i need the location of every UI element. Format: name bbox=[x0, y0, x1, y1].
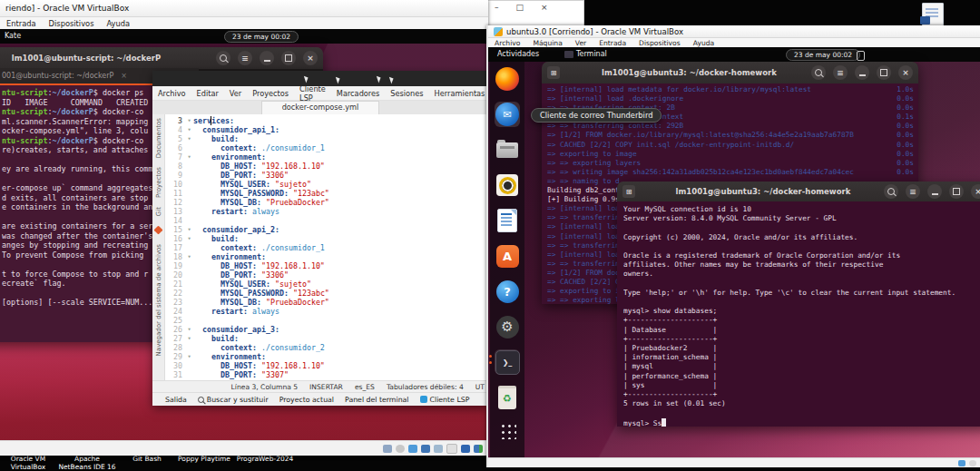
dock-tooltip: Cliente de correo Thunderbird bbox=[531, 108, 662, 123]
hamburger-menu-icon[interactable]: ≡ bbox=[833, 65, 848, 80]
mouse-cursor bbox=[377, 75, 382, 83]
menu-ayuda[interactable]: Ayuda bbox=[100, 19, 136, 28]
dock-help-icon[interactable]: ? bbox=[495, 279, 520, 304]
search-icon[interactable] bbox=[811, 65, 826, 80]
desktop-icon-label-poppy[interactable]: Poppy Playtime bbox=[178, 456, 230, 464]
dock-app-grid-icon[interactable] bbox=[495, 420, 520, 440]
desktop-icon-label-netbeans[interactable]: ApacheNetBeans IDE 16 bbox=[58, 456, 115, 471]
hamburger-menu-icon[interactable]: ≡ bbox=[238, 51, 252, 65]
desktop-icon-label-virtualbox[interactable]: Oracle VMVirtualBox bbox=[11, 456, 45, 471]
side-tab-file-browser[interactable]: Navegador del sistema de archivos bbox=[155, 244, 162, 356]
kate-menu-sesiones[interactable]: Sesiones bbox=[385, 89, 428, 98]
side-tab-git[interactable]: Git bbox=[155, 207, 162, 216]
activities-button[interactable]: Actividades bbox=[497, 50, 539, 58]
kate-menu-herramientas[interactable]: Herramientas bbox=[429, 89, 488, 98]
kate-menu-ver[interactable]: Ver bbox=[224, 89, 247, 98]
git-icon bbox=[154, 226, 163, 235]
menu-maquina[interactable]: Máquina bbox=[526, 39, 568, 47]
clock-pill[interactable]: 23 de may 00:02 bbox=[224, 31, 299, 43]
kate-window: Archivo Editar Ver Proyectos Cliente LSP… bbox=[152, 71, 488, 406]
hdd-status-icon[interactable] bbox=[383, 445, 392, 453]
new-tab-icon[interactable]: ⊞ bbox=[622, 185, 635, 198]
status-encoding[interactable]: UT bbox=[475, 383, 485, 391]
kate-menu-marcadores[interactable]: Marcadores bbox=[331, 89, 385, 98]
side-tab-proyectos[interactable]: Proyectos bbox=[155, 167, 162, 198]
kate-menu-cliente-lsp[interactable]: Cliente LSP bbox=[294, 84, 331, 103]
dock-thunderbird-icon[interactable]: ✉ bbox=[495, 102, 520, 127]
menu-dispositivos[interactable]: Dispositivos bbox=[632, 39, 687, 47]
display-status-icon[interactable] bbox=[461, 445, 470, 453]
tool-panel-terminal[interactable]: Panel del terminal bbox=[345, 396, 408, 404]
desktop-icon-label-prograweb[interactable]: PrograWeb-2024 bbox=[237, 456, 293, 464]
mouse-integration-status-icon[interactable] bbox=[474, 445, 483, 453]
close-icon[interactable]: × bbox=[971, 184, 980, 199]
close-icon[interactable]: × bbox=[898, 65, 913, 80]
search-icon bbox=[198, 397, 204, 403]
desktop-icon-label-gitbash[interactable]: Git Bash bbox=[132, 456, 162, 464]
audio-status-icon[interactable] bbox=[408, 445, 417, 453]
side-tab-documentos[interactable]: Documentos bbox=[155, 118, 162, 158]
status-insert-mode[interactable]: INSERTAR bbox=[309, 383, 343, 391]
right-vm-title: ubuntu3.0 [Corriendo] - Oracle VM Virtua… bbox=[506, 27, 683, 36]
mouse-cursor bbox=[389, 76, 395, 84]
dock-firefox-icon[interactable] bbox=[495, 66, 520, 92]
status-tabs-mode[interactable]: Tabuladores débiles: 4 bbox=[387, 383, 464, 391]
minimize-icon[interactable]: – bbox=[495, 3, 499, 12]
status-language[interactable]: es_ES bbox=[355, 383, 375, 391]
new-tab-icon[interactable]: ⊞ bbox=[547, 66, 560, 79]
shared-folders-status-icon[interactable] bbox=[446, 444, 457, 454]
background-window-fragment: – □ × bbox=[486, 0, 584, 27]
kate-editor[interactable]: 3▾services:4▾ consumidor_api_1:5▾ build:… bbox=[165, 114, 488, 381]
menu-ver[interactable]: Ver bbox=[569, 39, 593, 47]
virtualbox-window-right: ubuntu3.0 [Corriendo] - Oracle VM Virtua… bbox=[486, 25, 980, 467]
dock-settings-icon[interactable]: ⚙ bbox=[495, 314, 520, 339]
clock-pill[interactable]: 23 de may 00:02 bbox=[786, 49, 860, 61]
kate-tab-docker-compose[interactable]: docker-compose.yml bbox=[261, 101, 380, 115]
maximize-icon[interactable]: □ bbox=[516, 3, 524, 12]
topbar-app-name[interactable]: Kate bbox=[5, 32, 21, 40]
dock-files-icon[interactable] bbox=[495, 137, 520, 162]
tab-close-icon[interactable]: × bbox=[121, 72, 127, 80]
dock-trash-icon[interactable]: ♻ bbox=[495, 385, 520, 410]
optical-status-icon[interactable] bbox=[396, 445, 405, 453]
dock-libreoffice-writer-icon[interactable] bbox=[495, 208, 520, 233]
minimize-icon[interactable] bbox=[855, 65, 869, 80]
kate-menu-proyectos[interactable]: Proyectos bbox=[247, 89, 294, 98]
maximize-icon[interactable] bbox=[281, 51, 296, 65]
dock-terminal-icon[interactable]: ❯_ bbox=[495, 349, 520, 375]
menu-archivo[interactable]: Archivo bbox=[488, 39, 526, 47]
maximize-icon[interactable] bbox=[877, 65, 891, 80]
menu-ayuda[interactable]: Ayuda bbox=[687, 39, 720, 47]
kate-menubar: Archivo Editar Ver Proyectos Cliente LSP… bbox=[152, 86, 488, 101]
maximize-icon[interactable] bbox=[949, 184, 964, 199]
kate-menu-archivo[interactable]: Archivo bbox=[152, 89, 191, 98]
menu-dispositivos[interactable]: Dispositivos bbox=[43, 19, 101, 28]
terminal1-titlebar: ⊞ lm1001g@ubuntu3: ~/docker-homework ≡ × bbox=[542, 62, 918, 83]
tool-salida[interactable]: Salida bbox=[165, 396, 187, 404]
tool-buscar[interactable]: Buscar y sustituir bbox=[198, 396, 269, 404]
close-icon[interactable]: × bbox=[303, 51, 318, 65]
menu-entrada[interactable]: Entrada bbox=[0, 19, 43, 28]
dock-rhythmbox-icon[interactable] bbox=[495, 172, 520, 198]
topbar-app-name[interactable]: Terminal bbox=[564, 50, 607, 58]
close-icon[interactable]: × bbox=[541, 3, 548, 12]
kate-bottom-toolbar: Salida Buscar y sustituir Proyecto actua… bbox=[152, 392, 488, 406]
kate-menu-editar[interactable]: Editar bbox=[191, 89, 224, 98]
left-vm-titlebar: riendo] - Oracle VM VirtualBox bbox=[0, 0, 488, 17]
hdd-status-icon[interactable] bbox=[958, 460, 965, 466]
hamburger-menu-icon[interactable]: ≡ bbox=[906, 184, 920, 199]
status-tray-icon[interactable] bbox=[857, 51, 865, 61]
tool-cliente-lsp[interactable]: Cliente LSP bbox=[420, 396, 470, 404]
usb-status-icon[interactable] bbox=[434, 445, 443, 453]
minimize-icon[interactable] bbox=[260, 51, 274, 65]
dock-app-center-icon[interactable]: A bbox=[495, 243, 520, 269]
tool-proyecto[interactable]: Proyecto actual bbox=[279, 396, 334, 404]
desktop-document-icon[interactable] bbox=[922, 3, 944, 27]
search-icon[interactable] bbox=[216, 51, 230, 65]
mouse-integration-status-icon[interactable] bbox=[969, 460, 976, 466]
network-status-icon[interactable] bbox=[421, 445, 430, 453]
status-cursor-pos[interactable]: Línea 3, Columna 5 bbox=[231, 383, 299, 391]
search-icon[interactable] bbox=[884, 184, 898, 199]
menu-entrada[interactable]: Entrada bbox=[593, 39, 632, 47]
minimize-icon[interactable] bbox=[927, 184, 942, 199]
